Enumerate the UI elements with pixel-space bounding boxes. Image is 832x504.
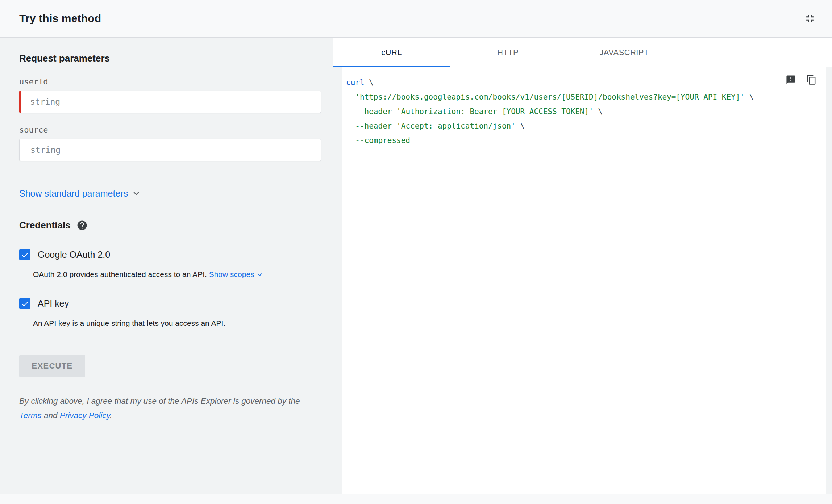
source-field-group: source <box>19 125 321 161</box>
code-block: curl \ 'https://books.googleapis.com/boo… <box>346 75 761 148</box>
feedback-button[interactable] <box>784 73 798 87</box>
try-this-method-panel: Try this method Request parameters userI… <box>0 0 832 494</box>
tab-curl[interactable]: cURL <box>333 38 450 67</box>
panel-body: Request parameters userId source Show st… <box>0 38 832 494</box>
userid-label: userId <box>19 77 321 86</box>
request-parameters-title: Request parameters <box>19 53 321 64</box>
userid-field-group: userId <box>19 77 321 113</box>
api-key-checkbox[interactable] <box>19 298 30 309</box>
credentials-header: Credentials <box>19 220 321 231</box>
disclaimer-middle: and <box>42 411 60 420</box>
source-label: source <box>19 125 321 134</box>
userid-input[interactable] <box>19 91 321 113</box>
oauth-row: Google OAuth 2.0 <box>19 249 321 260</box>
exit-fullscreen-button[interactable] <box>802 11 818 26</box>
show-standard-parameters-link[interactable]: Show standard parameters <box>19 188 142 199</box>
oauth-label[interactable]: Google OAuth 2.0 <box>38 249 110 260</box>
copy-code-button[interactable] <box>805 73 818 87</box>
check-icon <box>21 299 29 308</box>
api-key-row: API key <box>19 298 321 309</box>
disclaimer-prefix: By clicking above, I agree that my use o… <box>19 396 300 406</box>
help-icon[interactable] <box>76 220 88 231</box>
show-standard-parameters-label: Show standard parameters <box>19 188 128 199</box>
oauth-checkbox[interactable] <box>19 249 30 260</box>
show-scopes-link[interactable]: Show scopes <box>209 269 264 280</box>
request-panel: Request parameters userId source Show st… <box>0 38 333 494</box>
execute-button[interactable]: EXECUTE <box>19 355 85 377</box>
code-language-tabs: cURL HTTP JAVASCRIPT <box>333 38 832 67</box>
code-area: curl \ 'https://books.googleapis.com/boo… <box>333 67 832 494</box>
feedback-icon <box>786 75 796 85</box>
tab-http[interactable]: HTTP <box>450 38 566 67</box>
chevron-down-icon <box>131 188 142 199</box>
code-actions <box>784 73 818 87</box>
terms-link[interactable]: Terms <box>19 411 42 420</box>
fullscreen-exit-icon <box>804 12 816 25</box>
credentials-title: Credentials <box>19 220 71 231</box>
api-key-description: An API key is a unique string that lets … <box>33 318 321 329</box>
show-scopes-label: Show scopes <box>209 269 254 280</box>
api-key-label[interactable]: API key <box>38 298 69 309</box>
oauth-description: OAuth 2.0 provides authenticated access … <box>33 269 321 280</box>
check-icon <box>21 251 29 259</box>
code-card: curl \ 'https://books.googleapis.com/boo… <box>342 67 826 494</box>
copy-icon <box>806 75 817 85</box>
tab-javascript[interactable]: JAVASCRIPT <box>566 38 682 67</box>
oauth-description-text: OAuth 2.0 provides authenticated access … <box>33 270 207 278</box>
code-sample-panel: cURL HTTP JAVASCRIPT curl \ 'https://boo… <box>333 38 832 494</box>
disclaimer-suffix: . <box>110 411 112 420</box>
source-input[interactable] <box>19 139 321 161</box>
panel-title: Try this method <box>19 12 101 25</box>
disclaimer: By clicking above, I agree that my use o… <box>19 394 320 423</box>
chevron-down-icon <box>255 270 264 279</box>
privacy-policy-link[interactable]: Privacy Policy <box>60 411 110 420</box>
panel-header: Try this method <box>0 0 832 38</box>
